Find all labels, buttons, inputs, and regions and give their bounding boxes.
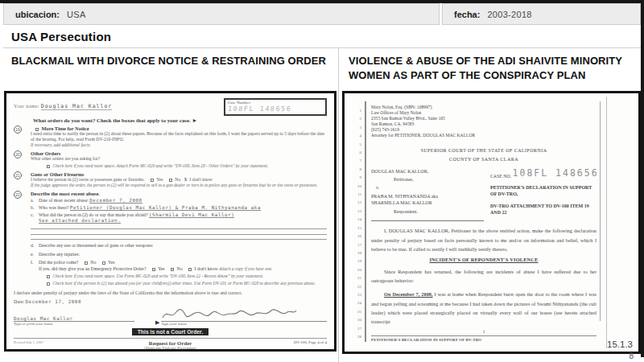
blank-rule-3: [31, 235, 327, 241]
case-no-label: CASE NO.: [490, 174, 511, 179]
item-21-no-checkbox: [169, 179, 172, 182]
item-22a-letter: a.: [31, 198, 39, 204]
dv100-form: Your name: Douglas Mac Kallor Case Numbe…: [6, 93, 334, 349]
declaration-paragraph-1: I, DOUGLAS MAC KALLOR, Petitioner in the…: [371, 226, 597, 253]
item-22-title: Describe the most recent abuse.: [31, 191, 327, 196]
item-22f-no: No: [90, 260, 96, 265]
item-22-note1-checkbox: [47, 275, 50, 278]
item-20-note: Check here if you need more space. Attac…: [42, 163, 327, 169]
not-court-order-badge: This is not a Court Order.: [132, 328, 209, 336]
badge-row: This is not a Court Order.: [14, 328, 327, 336]
item-22c-value: (Sharmila Devi Mac Kallor): [149, 212, 234, 218]
slide-page-number: 8: [629, 352, 634, 360]
attorney-line-5: (925) 743-1619: [371, 127, 597, 133]
pleading-footer: PETITIONER'S DECLARATION IN SUPPORT OF D…: [371, 335, 597, 342]
right-column-header: VIOLENCE & ABUSE OF THE ADI SHAIVITE MIN…: [338, 48, 641, 91]
item-22-note1-text: Check here if you need more space. Use F…: [52, 274, 263, 278]
item-22f-yes-checkbox: [102, 261, 105, 265]
item-19-body: I need extra time to notify the person i…: [31, 131, 327, 142]
declaration-paragraph-2: Since Respondent has returned, the follo…: [371, 267, 597, 285]
respondent-name-2: SHARMILLA MAC KALLOR: [371, 200, 484, 206]
item-21-yes: Yes: [156, 177, 163, 182]
item-22d-label: Describe any use or threatened use of gu…: [39, 243, 327, 249]
item-22d: d. Describe any use or threatened use of…: [31, 243, 327, 249]
respondent-role: Respondent.: [394, 209, 484, 214]
your-name-value: Douglas Mac Kallor: [41, 103, 112, 110]
item-21-number: 21: [14, 171, 22, 179]
meta-header-row: ubicacion: USA fecha: 2003-2018: [3, 3, 641, 25]
item-22f2-dontknow-checkbox: [188, 268, 192, 271]
left-column-header: BLACKMAIL WITH DIVORCE NOTICE & RESTRAIN…: [3, 48, 338, 91]
item-22f2-dontknow: I don't know: [195, 266, 218, 271]
left-document-panel: Your name: Douglas Mac Kallor Case Numbe…: [4, 91, 336, 352]
pointer-icon: ►: [192, 117, 197, 123]
item-22b-letter: b.: [31, 205, 39, 212]
item-22f2-no: No: [177, 266, 183, 271]
case-number-line: CASE NO. 108FL 148656: [490, 169, 597, 180]
item-22c-line: What did the person in (2) do or say tha…: [39, 212, 327, 224]
typed-name-caption: Type or print your name: [14, 321, 134, 326]
slide: ubicacion: USA fecha: 2003-2018 USA Pers…: [0, 0, 644, 362]
orders-question-text: What orders do you want? Check the boxes…: [33, 117, 191, 123]
item-22a-value: December 7, 2008: [89, 198, 142, 204]
item-21-yes-checkbox: [151, 179, 154, 182]
item-22a-line: Date of most recent abuse: December 7, 2…: [39, 198, 327, 204]
form-item-19: 19 More Time for Notice I need extra tim…: [14, 125, 327, 148]
item-22-note1: Check here if you need more space. Use F…: [42, 274, 327, 279]
location-value: USA: [67, 10, 86, 19]
perjury-declaration: I declare under penalty of perjury under…: [14, 290, 327, 297]
item-21-body: I believe the person in (2) owns or poss…: [31, 177, 145, 182]
form-name-row: Your name: Douglas Mac Kallor Case Numbe…: [14, 98, 327, 116]
case-caption: DOUGLAS MAC KALLOR, Petitioner, v. PRABA…: [371, 169, 597, 222]
item-22c-letter: c.: [31, 212, 39, 224]
item-22b-value: Petitioner (Douglas Mac Kallor) & Praba …: [70, 205, 261, 211]
pleading-page: 1234567891011121314151617181920212223242…: [351, 97, 607, 348]
signature-arrow-icon: ▶: [155, 319, 159, 326]
item-22b-label: Who was there?: [39, 205, 68, 210]
item-21-x-mark: X: [184, 177, 188, 182]
form-footer-revision: Revised July 1, 2007: [14, 340, 86, 344]
item-22f-yes: Yes: [108, 260, 114, 265]
item-22f3-note: Attach a copy if you have one.: [219, 266, 272, 271]
respondent-name-1: PRABA M. NITHYANANDA aka: [371, 193, 484, 200]
case-number-box: Case Number: 108FL 148656: [224, 98, 327, 116]
court-county: COUNTY OF SANTA CLARA: [371, 157, 597, 162]
typed-name-block: Douglas Mac Kallor Type or print your na…: [14, 316, 134, 326]
item-22f2-yes: Yes: [158, 266, 164, 271]
item-20-body: What other orders are you asking for?: [31, 156, 327, 162]
attorney-line-1: Mary Nolan, Esq. (SBN: 108997): [371, 105, 597, 110]
item-22c: c. What did the person in (2) do or say …: [31, 212, 327, 224]
court-name: SUPERIOR COURT OF THE STATE OF CALIFORNI…: [371, 148, 597, 153]
date-label: fecha:: [454, 10, 480, 19]
paragraph-3-date-lead: On December 7, 2008,: [384, 291, 433, 297]
item-21-note: If the judge approves the order, the per…: [31, 183, 327, 188]
item-20-note-text: Check here if you need more space. Attac…: [52, 163, 268, 168]
location-label: ubicacion:: [15, 10, 60, 19]
case-number-stamp: 108FL 148656: [513, 167, 599, 179]
location-cell: ubicacion: USA: [3, 3, 440, 25]
case-number-handwritten: 108FL 148656: [227, 105, 323, 113]
orders-question: What orders do you want? Check the boxes…: [33, 117, 327, 123]
form-footer: Revised July 1, 2007 Request for Order (…: [14, 338, 327, 350]
item-22a: a. Date of most recent abuse: December 7…: [31, 198, 327, 204]
line-numbers: 1234567891011121314151617181920212223242…: [353, 107, 361, 341]
item-22c-label: What did the person in (2) do or say tha…: [39, 212, 148, 217]
item-22f-line: Did the police come? No Yes If yes, did …: [39, 260, 327, 272]
attorney-line-2: Law Offices of Mary Nolan: [371, 110, 597, 116]
item-19-note: If necessary, add additional facts:: [31, 142, 327, 148]
item-19-number: 19: [14, 125, 22, 134]
item-22-note2: Check here if the person in (2) has abus…: [42, 281, 327, 286]
item-22d-letter: d.: [31, 243, 39, 249]
item-22f-no-checkbox: [85, 261, 88, 265]
signature-block: ▶ Sign your name: [134, 307, 327, 326]
form-footer-title: Request for Order: [86, 340, 254, 346]
date-label: Date:: [14, 299, 24, 304]
item-21-options-line: I believe the person in (2) owns or poss…: [31, 177, 327, 183]
item-22c-value2: See attached declaration.: [39, 218, 121, 224]
item-22b-line: Who was there? Petitioner (Douglas Mac K…: [39, 205, 327, 212]
item-22-note2-text: Check here if the person in (2) has abus…: [52, 281, 315, 286]
item-22f-letter: f.: [31, 260, 39, 272]
item-22e-label: Describe any injuries:: [39, 252, 327, 258]
pleading-title-2: DV-TRO ATTACHMENT TO DV-100 ITEM 19 AND …: [490, 203, 597, 216]
your-name-line: Your name: Douglas Mac Kallor: [14, 103, 112, 109]
